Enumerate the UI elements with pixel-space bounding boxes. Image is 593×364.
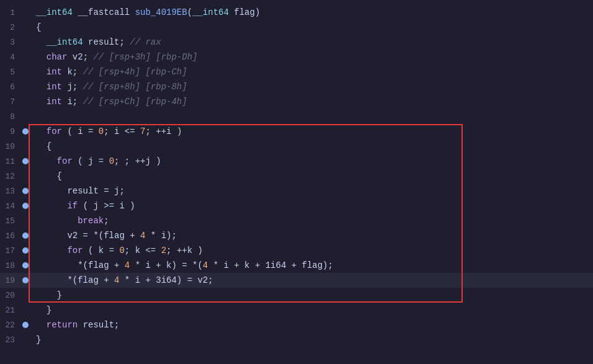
code-content: v2 = *(flag + 4 * i); bbox=[31, 231, 593, 241]
code-editor: 1__int64 __fastcall sub_4019EB(__int64 f… bbox=[0, 0, 593, 352]
breakpoint-dot bbox=[22, 247, 29, 254]
code-line: 13 result = j; bbox=[0, 184, 593, 198]
line-number: 1 bbox=[0, 8, 20, 17]
breakpoint-dot bbox=[22, 203, 29, 209]
code-content: { bbox=[31, 141, 593, 151]
code-content: __int64 result; // rax bbox=[31, 37, 593, 47]
line-number: 2 bbox=[0, 23, 20, 32]
code-line: 15 break; bbox=[0, 213, 593, 228]
code-content: __int64 __fastcall sub_4019EB(__int64 fl… bbox=[31, 7, 593, 17]
breakpoint-area[interactable] bbox=[20, 233, 31, 239]
line-number: 10 bbox=[0, 142, 20, 151]
code-content: if ( j >= i ) bbox=[31, 201, 593, 211]
code-line: 14 if ( j >= i ) bbox=[0, 198, 593, 213]
line-number: 18 bbox=[0, 261, 20, 270]
code-content: for ( i = 0; i <= 7; ++i ) bbox=[31, 127, 593, 136]
code-line: 2{ bbox=[0, 20, 593, 35]
code-content: char v2; // [rsp+3h] [rbp-Dh] bbox=[31, 52, 593, 62]
code-line: 20 } bbox=[0, 288, 593, 303]
breakpoint-dot bbox=[22, 188, 29, 194]
code-content: } bbox=[31, 335, 593, 345]
line-number: 6 bbox=[0, 82, 20, 92]
breakpoint-dot bbox=[22, 277, 29, 283]
breakpoint-dot bbox=[22, 233, 29, 239]
line-number: 15 bbox=[0, 216, 20, 226]
line-number: 21 bbox=[0, 306, 20, 315]
code-content: { bbox=[31, 22, 593, 32]
line-number: 23 bbox=[0, 335, 20, 345]
code-content: for ( j = 0; ; ++j ) bbox=[31, 156, 593, 166]
line-number: 11 bbox=[0, 157, 20, 166]
breakpoint-area[interactable] bbox=[20, 128, 31, 135]
code-line: 22 return result; bbox=[0, 317, 593, 332]
line-number: 3 bbox=[0, 38, 20, 47]
breakpoint-dot bbox=[22, 262, 29, 269]
line-number: 12 bbox=[0, 172, 20, 181]
code-line: 6 int j; // [rsp+8h] [rbp-8h] bbox=[0, 79, 593, 94]
code-content: break; bbox=[31, 216, 593, 226]
breakpoint-area[interactable] bbox=[20, 247, 31, 254]
code-content: int j; // [rsp+8h] [rbp-8h] bbox=[31, 82, 593, 92]
code-line: 17 for ( k = 0; k <= 2; ++k ) bbox=[0, 243, 593, 258]
code-line: 8 bbox=[0, 109, 593, 124]
code-line: 21 } bbox=[0, 303, 593, 317]
line-number: 5 bbox=[0, 68, 20, 77]
breakpoint-area[interactable] bbox=[20, 322, 31, 328]
code-content: for ( k = 0; k <= 2; ++k ) bbox=[31, 246, 593, 255]
line-number: 4 bbox=[0, 53, 20, 62]
breakpoint-area[interactable] bbox=[20, 262, 31, 269]
code-line: 16 v2 = *(flag + 4 * i); bbox=[0, 228, 593, 243]
code-content: int i; // [rsp+Ch] [rbp-4h] bbox=[31, 97, 593, 107]
code-line: 1__int64 __fastcall sub_4019EB(__int64 f… bbox=[0, 5, 593, 20]
code-line: 19 *(flag + 4 * i + 3i64) = v2; bbox=[0, 273, 593, 288]
breakpoint-area[interactable] bbox=[20, 158, 31, 164]
code-line: 3 __int64 result; // rax bbox=[0, 35, 593, 50]
code-line: 18 *(flag + 4 * i + k) = *(4 * i + k + 1… bbox=[0, 258, 593, 273]
breakpoint-dot bbox=[22, 322, 29, 328]
breakpoint-dot bbox=[22, 158, 29, 164]
code-content: result = j; bbox=[31, 186, 593, 196]
line-number: 14 bbox=[0, 202, 20, 211]
code-content: { bbox=[31, 171, 593, 181]
breakpoint-area[interactable] bbox=[20, 188, 31, 194]
line-number: 16 bbox=[0, 231, 20, 241]
code-content: } bbox=[31, 290, 593, 300]
code-line: 10 { bbox=[0, 139, 593, 154]
code-line: 9 for ( i = 0; i <= 7; ++i ) bbox=[0, 124, 593, 139]
code-content: return result; bbox=[31, 320, 593, 330]
line-number: 13 bbox=[0, 187, 20, 196]
line-number: 8 bbox=[0, 112, 20, 122]
line-number: 9 bbox=[0, 127, 20, 136]
code-line: 11 for ( j = 0; ; ++j ) bbox=[0, 154, 593, 169]
code-content: *(flag + 4 * i + k) = *(4 * i + k + 1i64… bbox=[31, 260, 593, 270]
breakpoint-dot bbox=[22, 128, 29, 135]
code-line: 12 { bbox=[0, 169, 593, 184]
line-number: 19 bbox=[0, 276, 20, 285]
code-line: 7 int i; // [rsp+Ch] [rbp-4h] bbox=[0, 94, 593, 109]
line-number: 17 bbox=[0, 246, 20, 255]
code-content: int k; // [rsp+4h] [rbp-Ch] bbox=[31, 67, 593, 77]
breakpoint-area[interactable] bbox=[20, 277, 31, 283]
breakpoint-area[interactable] bbox=[20, 203, 31, 209]
code-line: 23} bbox=[0, 332, 593, 347]
code-line: 4 char v2; // [rsp+3h] [rbp-Dh] bbox=[0, 50, 593, 64]
code-content: } bbox=[31, 305, 593, 315]
line-number: 22 bbox=[0, 321, 20, 330]
code-content: *(flag + 4 * i + 3i64) = v2; bbox=[31, 275, 593, 285]
line-number: 20 bbox=[0, 291, 20, 300]
line-number: 7 bbox=[0, 97, 20, 107]
code-line: 5 int k; // [rsp+4h] [rbp-Ch] bbox=[0, 64, 593, 79]
